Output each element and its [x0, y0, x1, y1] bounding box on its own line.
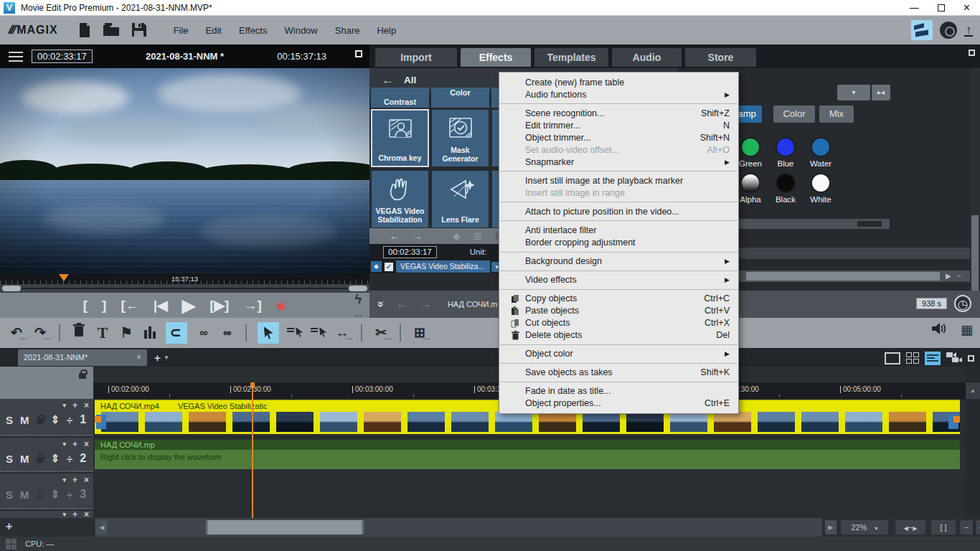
timeline-zoom-in-icon[interactable]: +: [974, 520, 980, 534]
scroll-right-icon[interactable]: ▶: [946, 272, 951, 280]
new-project-icon[interactable]: [78, 22, 91, 38]
keyframe-timecode[interactable]: 00:02:33:17: [383, 246, 437, 258]
track2-add-icon[interactable]: +: [72, 439, 77, 449]
prev-clip-icon[interactable]: ←: [396, 297, 408, 311]
tile-chroma-key[interactable]: Chroma key: [371, 109, 429, 167]
add-keyframe-icon[interactable]: ◆: [453, 230, 461, 242]
menu-item-anti-interlace-filter[interactable]: Anti interlace filter: [499, 224, 738, 236]
clock-icon[interactable]: ◷: [954, 295, 971, 312]
stretch-mode-button[interactable]: ↔...: [334, 322, 350, 344]
save-project-icon[interactable]: [131, 22, 146, 38]
ungroup-button[interactable]: ∞: [219, 322, 235, 344]
history-back-icon[interactable]: ←: [390, 230, 400, 242]
zoom-fit-all-icon[interactable]: [ ]: [931, 520, 956, 534]
clip-thumbnail[interactable]: [364, 412, 401, 432]
clip-thumbnail[interactable]: [276, 412, 314, 432]
range-start-handle[interactable]: [2, 286, 21, 291]
panel-vscrollbar[interactable]: ▾: [970, 68, 980, 318]
redo-button[interactable]: ↷...: [32, 322, 48, 344]
clip-thumbnail[interactable]: [845, 412, 882, 432]
track2-lock-icon[interactable]: [37, 457, 44, 463]
project-tab[interactable]: 2021-08-31-NNM* ×: [18, 349, 147, 366]
clip-thumbnail[interactable]: [889, 412, 926, 432]
track3-transition-icon[interactable]: ÷: [67, 489, 72, 501]
track3-close-icon[interactable]: ×: [84, 475, 89, 485]
menu-item-attach-to-picture-position[interactable]: Attach to picture position in the video.…: [499, 205, 738, 217]
jump-start-button[interactable]: [←: [121, 298, 138, 312]
panel-collapse-icon[interactable]: ▸◂: [872, 85, 890, 100]
tile-mask-generator[interactable]: Mask Generator: [431, 109, 489, 167]
menu-item-scene-recognition[interactable]: Scene recognition...Shift+Z: [499, 107, 738, 119]
track-3-content[interactable]: [93, 474, 966, 509]
next-clip-icon[interactable]: →: [420, 297, 432, 311]
clip-thumbnail[interactable]: [101, 412, 138, 432]
open-project-icon[interactable]: [103, 22, 120, 38]
track3-mute-button[interactable]: M: [20, 489, 29, 501]
view-detach-icon[interactable]: [968, 355, 974, 362]
menu-item-object-color[interactable]: Object color▶: [499, 348, 738, 360]
menu-effects[interactable]: Effects: [239, 25, 268, 36]
track1-mute-button[interactable]: M: [20, 414, 29, 426]
close-button[interactable]: ×: [963, 1, 970, 14]
menu-item-snapmarker[interactable]: Snapmarker▶: [499, 156, 738, 168]
minimize-button[interactable]: —: [910, 2, 919, 13]
swatch-white[interactable]: [811, 173, 831, 193]
jump-end-button[interactable]: →]: [243, 298, 261, 312]
menu-item-border-cropping[interactable]: Border cropping adjustment: [499, 236, 738, 248]
view-scene-overview-icon[interactable]: [906, 352, 919, 364]
range-out-button[interactable]: ]: [102, 298, 106, 312]
preview-ruler[interactable]: 15:37:13: [0, 274, 369, 284]
export-upload-icon[interactable]: ↑: [964, 24, 973, 37]
zoom-level-select[interactable]: 22% ▾: [841, 520, 888, 534]
menu-item-create-frame-table[interactable]: Create (new) frame table: [499, 76, 738, 88]
burn-disc-icon[interactable]: [940, 22, 957, 39]
back-arrow-icon[interactable]: ←: [382, 73, 394, 88]
swatch-green[interactable]: [740, 137, 760, 157]
split-button[interactable]: ✂...: [373, 322, 389, 344]
plugin-name[interactable]: VEGAS Video Stabiliza...: [396, 260, 490, 273]
timeline-hscrollbar[interactable]: ◀: [93, 518, 822, 537]
menu-item-fade-in-date-as-title[interactable]: Fade in date as title...: [499, 385, 738, 397]
tile-color-partial[interactable]: Color: [431, 88, 489, 108]
tab-store[interactable]: Store: [685, 48, 756, 67]
menu-help[interactable]: Help: [377, 25, 396, 36]
audio-clip-header[interactable]: НАД СОЧИ.mр: [95, 440, 960, 450]
menu-item-object-properties[interactable]: Object properties...Ctrl+E: [499, 397, 738, 410]
delete-object-button[interactable]: [71, 322, 87, 344]
plugin-enabled-checkbox[interactable]: ✓: [385, 263, 393, 271]
menu-item-paste-objects[interactable]: Paste objectsCtrl+V: [499, 305, 738, 317]
tab-effects[interactable]: Effects: [461, 48, 531, 67]
tab-import[interactable]: Import: [375, 48, 457, 67]
menu-item-insert-still-at-marker[interactable]: Insert still image at the playback marke…: [499, 174, 738, 187]
menu-item-delete-objects[interactable]: Delete objectsDel: [499, 329, 738, 342]
track4-menu-icon[interactable]: ▾: [62, 511, 66, 518]
track2-resize-icon[interactable]: ⇕: [51, 452, 60, 465]
menu-item-cut-objects[interactable]: Cut objectsCtrl+X: [499, 317, 738, 329]
waveform-display-button[interactable]: [142, 321, 158, 345]
preview-playhead-icon[interactable]: [59, 274, 69, 281]
clip-thumbnail[interactable]: [145, 412, 182, 432]
panel-detach-icon[interactable]: [969, 50, 975, 56]
close-project-icon[interactable]: ×: [136, 352, 141, 362]
clip-thumbnail[interactable]: [670, 412, 707, 432]
track2-solo-button[interactable]: S: [6, 453, 13, 465]
keyframe-track-icon[interactable]: ◆: [371, 261, 382, 272]
swatch-alpha[interactable]: [740, 173, 760, 193]
track1-add-icon[interactable]: +: [72, 400, 77, 410]
swatch-water[interactable]: [811, 137, 831, 157]
clip-thumbnail[interactable]: [320, 412, 357, 432]
track1-solo-button[interactable]: S: [6, 414, 13, 426]
mouse-mode-track-button[interactable]: [287, 322, 303, 344]
clip-thumbnail[interactable]: [451, 412, 489, 432]
clip-thumbnails[interactable]: [95, 412, 960, 432]
track2-mute-button[interactable]: M: [20, 453, 29, 465]
menu-share[interactable]: Share: [335, 25, 360, 36]
clip-start-handle[interactable]: [96, 415, 106, 429]
delete-keyframe-icon[interactable]: ⊞: [473, 230, 482, 242]
clip-thumbnail[interactable]: [189, 412, 226, 432]
track1-menu-icon[interactable]: ▾: [62, 402, 66, 409]
track1-resize-icon[interactable]: ⇕: [51, 413, 60, 426]
snap-toggle-button[interactable]: ∪: [166, 322, 187, 344]
audio-clip-body[interactable]: Right click to display the waveform: [95, 450, 960, 469]
undo-button[interactable]: ↶...: [9, 322, 24, 344]
